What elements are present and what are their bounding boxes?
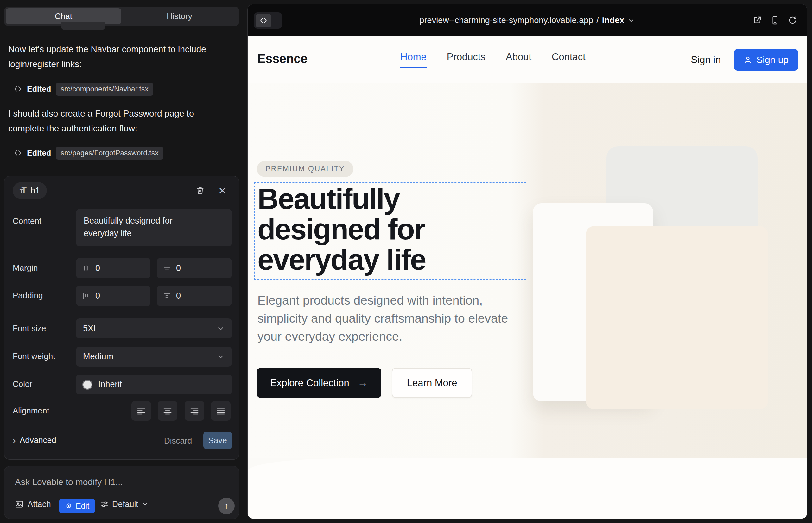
selected-element-pill: TT h1 bbox=[13, 182, 47, 199]
prompt-composer: Ask Lovable to modify H1... Attach Edit … bbox=[4, 466, 239, 519]
hero-heading[interactable]: Beautifully designed for everyday life bbox=[255, 183, 526, 275]
model-default-button[interactable]: Default bbox=[100, 499, 148, 509]
open-external-button[interactable] bbox=[753, 16, 762, 25]
code-icon bbox=[13, 148, 22, 157]
send-button[interactable]: ↑ bbox=[218, 498, 235, 514]
align-left-icon bbox=[137, 406, 146, 416]
margin-vertical-input[interactable]: 0 bbox=[157, 258, 232, 278]
mobile-preview-button[interactable] bbox=[770, 16, 780, 25]
chevron-down-icon bbox=[217, 325, 225, 333]
sign-up-label: Sign up bbox=[756, 54, 789, 65]
smartphone-icon bbox=[770, 16, 780, 25]
margin-label: Margin bbox=[13, 263, 38, 273]
sign-up-button[interactable]: Sign up bbox=[734, 49, 798, 71]
margin-horizontal-value: 0 bbox=[95, 264, 100, 273]
arrow-right-icon: → bbox=[357, 377, 368, 389]
nav-link-products[interactable]: Products bbox=[447, 51, 486, 68]
attach-button[interactable]: Attach bbox=[15, 499, 51, 509]
edited-label: Edited bbox=[27, 148, 51, 158]
code-icon bbox=[13, 85, 22, 93]
learn-more-button[interactable]: Learn More bbox=[392, 368, 473, 398]
align-justify-button[interactable] bbox=[211, 401, 231, 421]
padding-horizontal-input[interactable]: 0 bbox=[76, 286, 151, 306]
font-weight-value: Medium bbox=[83, 352, 113, 362]
file-chip[interactable]: src/pages/ForgotPassword.tsx bbox=[56, 147, 163, 160]
heading-line: designed for bbox=[258, 214, 526, 245]
site-preview: Essence Home Products About Contact Sign… bbox=[248, 36, 807, 519]
default-label: Default bbox=[112, 499, 138, 509]
align-right-icon bbox=[190, 406, 199, 416]
align-right-button[interactable] bbox=[184, 401, 204, 421]
explore-label: Explore Collection bbox=[270, 377, 349, 389]
decorative-cream-card bbox=[586, 226, 768, 409]
margin-horizontal-input[interactable]: 0 bbox=[76, 258, 151, 278]
assistant-message: I should also create a Forgot Password p… bbox=[8, 106, 211, 136]
chevron-down-icon bbox=[142, 501, 148, 508]
heading-line: Beautifully bbox=[258, 184, 526, 214]
margin-vertical-icon bbox=[163, 264, 171, 272]
file-chip[interactable]: src/components/Navbar.tsx bbox=[56, 83, 153, 96]
align-justify-icon bbox=[216, 406, 226, 416]
attach-image-icon bbox=[15, 500, 24, 509]
hero-section: PREMIUM QUALITY Beautifully designed for… bbox=[248, 83, 807, 458]
padding-horizontal-icon bbox=[82, 292, 90, 300]
url-bar[interactable]: preview--charming-site-symphony.lovable.… bbox=[248, 4, 807, 36]
save-button[interactable]: Save bbox=[203, 432, 232, 449]
advanced-toggle[interactable]: › Advanced bbox=[13, 435, 56, 445]
composer-input[interactable]: Ask Lovable to modify H1... bbox=[15, 477, 123, 487]
align-center-icon bbox=[163, 406, 172, 416]
delete-element-button[interactable] bbox=[193, 184, 207, 198]
color-label: Color bbox=[13, 379, 32, 389]
padding-vertical-value: 0 bbox=[176, 291, 181, 301]
font-size-value: 5XL bbox=[83, 324, 98, 333]
advanced-label: Advanced bbox=[20, 435, 56, 445]
browser-chrome: preview--charming-site-symphony.lovable.… bbox=[248, 4, 807, 36]
assistant-message: Now let's update the Navbar component to… bbox=[8, 42, 211, 72]
text-size-icon: TT bbox=[20, 186, 27, 196]
close-inspector-button[interactable]: ✕ bbox=[215, 184, 229, 198]
browser-actions bbox=[753, 16, 797, 25]
padding-vertical-input[interactable]: 0 bbox=[157, 286, 232, 306]
external-link-icon bbox=[753, 16, 762, 25]
nav-link-home[interactable]: Home bbox=[400, 51, 427, 68]
nav-link-about[interactable]: About bbox=[506, 51, 531, 68]
attach-label: Attach bbox=[28, 499, 51, 509]
nav-auth: Sign in Sign up bbox=[691, 36, 798, 83]
edit-target-icon bbox=[65, 502, 72, 510]
content-input[interactable]: Beautifully designed for everyday life bbox=[76, 209, 232, 246]
explore-collection-button[interactable]: Explore Collection → bbox=[257, 368, 381, 398]
color-swatch bbox=[82, 380, 92, 390]
user-icon bbox=[744, 55, 752, 64]
discard-button[interactable]: Discard bbox=[164, 436, 192, 446]
element-tag: h1 bbox=[30, 186, 40, 196]
font-size-select[interactable]: 5XL bbox=[76, 319, 232, 339]
hero-paragraph: Elegant products designed with intention… bbox=[258, 291, 520, 345]
trash-icon bbox=[196, 186, 205, 195]
nav-link-contact[interactable]: Contact bbox=[552, 51, 586, 68]
sign-in-button[interactable]: Sign in bbox=[691, 54, 721, 66]
chevron-right-icon: › bbox=[13, 436, 16, 445]
padding-vertical-icon bbox=[163, 292, 171, 300]
padding-horizontal-value: 0 bbox=[95, 291, 100, 301]
font-weight-select[interactable]: Medium bbox=[76, 347, 232, 366]
refresh-button[interactable] bbox=[788, 16, 797, 25]
margin-horizontal-icon bbox=[82, 264, 90, 272]
heading-line: everyday life bbox=[258, 245, 526, 275]
font-size-label: Font size bbox=[13, 324, 46, 333]
color-value: Inherit bbox=[98, 380, 122, 390]
content-value: Beautifully designed for everyday life bbox=[84, 214, 201, 240]
close-icon: ✕ bbox=[218, 185, 226, 196]
preview-browser-window: preview--charming-site-symphony.lovable.… bbox=[247, 4, 807, 519]
align-left-button[interactable] bbox=[131, 401, 151, 421]
chat-history-tabs: Chat History bbox=[4, 7, 239, 26]
color-select[interactable]: Inherit bbox=[76, 375, 232, 395]
cta-row: Explore Collection → Learn More bbox=[257, 368, 472, 398]
arrow-up-icon: ↑ bbox=[224, 501, 229, 511]
app-root: Chat History Now let's update the Navbar… bbox=[0, 0, 812, 523]
nav-links: Home Products About Contact bbox=[400, 36, 586, 83]
align-center-button[interactable] bbox=[158, 401, 177, 421]
tab-history[interactable]: History bbox=[121, 8, 237, 24]
edited-file-row: Edited src/components/Navbar.tsx bbox=[13, 82, 153, 96]
site-brand[interactable]: Essence bbox=[257, 52, 307, 66]
edit-mode-button[interactable]: Edit bbox=[59, 499, 95, 513]
